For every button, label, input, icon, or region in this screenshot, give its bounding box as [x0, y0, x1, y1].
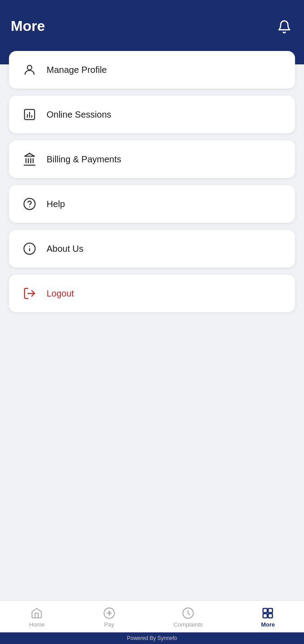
bottom-navigation: Home ₹ Pay Complaints More — [0, 600, 304, 632]
logout-item[interactable]: Logout — [9, 275, 295, 312]
about-us-item[interactable]: About Us — [9, 230, 295, 267]
svg-rect-22 — [263, 614, 267, 618]
nav-home-label: Home — [29, 621, 45, 628]
menu-list: Manage Profile Online Sessions Bil — [0, 51, 304, 461]
billing-payments-item[interactable]: Billing & Payments — [9, 140, 295, 178]
about-us-label: About Us — [47, 244, 83, 254]
help-item[interactable]: Help — [9, 185, 295, 223]
nav-more[interactable]: More — [252, 605, 284, 630]
help-label: Help — [47, 199, 65, 209]
pay-icon: ₹ — [103, 607, 116, 619]
nav-home[interactable]: Home — [20, 605, 54, 630]
info-icon — [21, 241, 38, 257]
svg-rect-21 — [269, 609, 273, 613]
manage-profile-item[interactable]: Manage Profile — [9, 51, 295, 89]
svg-point-0 — [27, 65, 32, 70]
online-sessions-label: Online Sessions — [47, 110, 111, 120]
page-title: More — [11, 18, 45, 34]
online-sessions-item[interactable]: Online Sessions — [9, 96, 295, 133]
nav-more-label: More — [261, 621, 275, 628]
nav-complaints-label: Complaints — [174, 621, 203, 628]
manage-profile-label: Manage Profile — [47, 65, 107, 75]
svg-rect-23 — [269, 614, 273, 618]
nav-pay[interactable]: ₹ Pay — [94, 605, 124, 630]
sessions-icon — [21, 106, 38, 123]
logout-label: Logout — [47, 288, 74, 299]
more-icon — [261, 607, 274, 619]
home-icon — [30, 607, 43, 619]
bell-icon — [277, 20, 291, 34]
powered-by-footer: Powered By Synnefo — [0, 632, 304, 644]
notification-bell-button[interactable] — [275, 18, 293, 38]
nav-pay-label: Pay — [104, 621, 114, 628]
svg-marker-10 — [25, 153, 34, 157]
powered-by-text: Powered By Synnefo — [127, 635, 177, 641]
logout-icon — [21, 285, 38, 301]
spacer — [0, 461, 304, 600]
person-icon — [21, 62, 38, 78]
svg-point-11 — [24, 199, 35, 210]
svg-rect-20 — [263, 609, 267, 613]
help-icon — [21, 196, 38, 212]
nav-complaints[interactable]: Complaints — [165, 605, 212, 630]
svg-text:₹: ₹ — [107, 610, 111, 616]
complaints-icon — [182, 607, 194, 619]
billing-icon — [21, 151, 38, 167]
billing-payments-label: Billing & Payments — [47, 154, 121, 165]
